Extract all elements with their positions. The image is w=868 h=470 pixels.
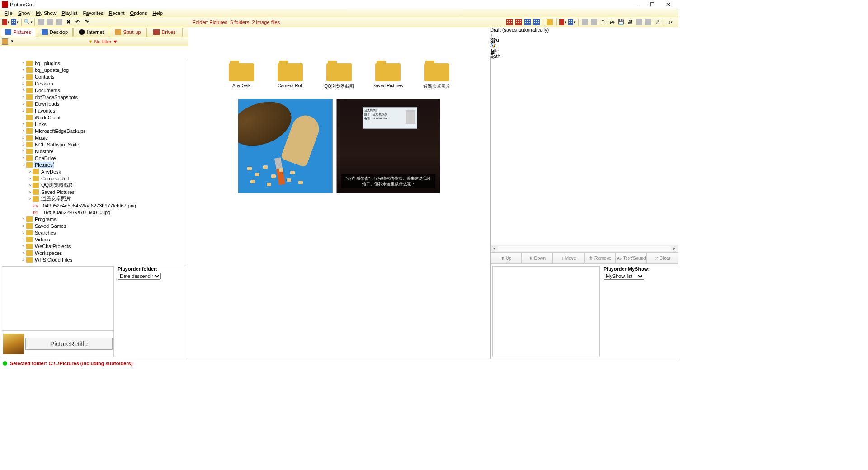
tree-item[interactable]: >bqj_plugins — [0, 60, 188, 66]
playlist-hscroll[interactable]: ◄► — [491, 245, 678, 252]
swatch-dropdown-icon[interactable]: ▼ — [10, 39, 14, 43]
clear-button[interactable]: ✕ Clear — [647, 253, 678, 263]
tab-desktop[interactable]: Desktop — [37, 28, 73, 37]
tree-item[interactable]: >Desktop — [0, 80, 188, 87]
folder-tree[interactable]: >bqj_plugins>bqj_update_log>Contacts>Des… — [0, 59, 188, 264]
up-button[interactable]: ⬆ Up — [491, 253, 522, 263]
menu-playlist[interactable]: Playlist — [59, 10, 80, 16]
view-small-icons[interactable] — [514, 18, 523, 26]
menu-myshow[interactable]: My Show — [33, 10, 59, 16]
tool-cut[interactable] — [37, 18, 45, 26]
tree-item[interactable]: >逍遥安卓照片 — [0, 195, 188, 202]
tool-r1[interactable] — [581, 18, 589, 26]
tool-save[interactable]: 💾 — [617, 18, 625, 26]
thumbnails-panel[interactable]: AnyDeskCamera RollQQ浏览器截图Saved Pictures逍… — [188, 59, 490, 359]
tree-item[interactable]: >Saved Pictures — [0, 188, 188, 195]
tool-folder[interactable] — [546, 18, 554, 26]
tool-print[interactable]: 🖶 — [626, 18, 634, 26]
menu-options[interactable]: Options — [127, 10, 150, 16]
header-title[interactable]: Title — [490, 48, 678, 53]
tree-item[interactable]: >WPS Cloud Files — [0, 256, 188, 263]
tree-item[interactable]: >WeChatProjects — [0, 243, 188, 249]
tree-item[interactable]: >bqj_update_log — [0, 66, 188, 73]
folder-item[interactable]: Camera Roll — [273, 63, 308, 89]
view-list[interactable] — [524, 18, 532, 26]
filter-button[interactable]: ▼ No filter ▼ — [18, 39, 188, 44]
thumbnail-woodturning[interactable] — [238, 99, 333, 193]
tool-new[interactable]: 🗋 — [599, 18, 607, 26]
tool-redo[interactable]: ↷ — [82, 18, 90, 26]
tool-r6[interactable] — [635, 18, 643, 26]
tool-copy[interactable] — [46, 18, 54, 26]
tool-open[interactable]: 🗁 — [608, 18, 616, 26]
tree-item[interactable]: >dotTraceSnapshots — [0, 94, 188, 100]
tree-item[interactable]: jpg16f5e3a622979a70_600_0.jpg — [0, 209, 188, 216]
tool-grid-right[interactable] — [568, 18, 576, 26]
folder-item[interactable]: Saved Pictures — [370, 63, 406, 89]
tab-drives[interactable]: Drives — [146, 28, 183, 37]
tool-grid-left[interactable] — [11, 18, 19, 26]
tool-r2[interactable] — [590, 18, 598, 26]
tree-item[interactable]: >Videos — [0, 236, 188, 243]
menu-recent[interactable]: Recent — [106, 10, 127, 16]
tool-delete[interactable]: ✖ — [64, 18, 72, 26]
playorder-folder-select[interactable]: Date descending — [118, 273, 161, 280]
header-seq[interactable]: Seq — [490, 37, 678, 42]
tree-item[interactable]: >Music — [0, 134, 188, 141]
move-button[interactable]: ↕ Move — [553, 253, 584, 263]
tree-item[interactable]: >QQ浏览器截图 — [0, 182, 188, 188]
tree-item[interactable]: >NCH Software Suite — [0, 141, 188, 148]
tree-item[interactable]: >Searches — [0, 229, 188, 236]
tree-item[interactable]: png049952c4e5c8452faa6273b977fcbf67.png — [0, 202, 188, 209]
tree-item[interactable]: >Downloads — [0, 100, 188, 107]
menu-show[interactable]: Show — [15, 10, 33, 16]
tab-pictures[interactable]: Pictures — [0, 28, 36, 37]
tool-paste[interactable] — [55, 18, 63, 26]
remove-button[interactable]: 🗑 Remove — [585, 253, 616, 263]
color-swatch[interactable] — [2, 38, 8, 45]
tree-item[interactable]: >Camera Roll — [0, 175, 188, 182]
tool-r7[interactable] — [644, 18, 652, 26]
tree-item[interactable]: >Documents — [0, 87, 188, 94]
tree-item[interactable]: ⌄Pictures — [0, 161, 188, 168]
folder-item[interactable]: AnyDesk — [224, 63, 259, 89]
minimize-button[interactable]: — — [627, 0, 644, 9]
menu-help[interactable]: Help — [150, 10, 165, 16]
tree-item[interactable]: >Favorites — [0, 107, 188, 114]
tree-item[interactable]: >Nutstore — [0, 148, 188, 155]
playlist-body[interactable] — [491, 59, 678, 245]
tool-undo[interactable]: ↶ — [73, 18, 81, 26]
tree-item[interactable]: >Workspaces — [0, 249, 188, 256]
tree-item[interactable]: >Links — [0, 121, 188, 127]
tree-item[interactable]: >Contacts — [0, 73, 188, 80]
tree-item[interactable]: >iNodeClient — [0, 114, 188, 121]
tool-search[interactable]: 🔍 — [24, 18, 32, 26]
down-button[interactable]: ⬇ Down — [522, 253, 553, 263]
preview-thumb[interactable] — [3, 334, 24, 354]
thumbnail-detective-game[interactable]: 迈克侦探所 姓名：迈克·威尔森 电话：1234567890 "迈克·威尔森"，阳… — [336, 99, 440, 193]
picture-retitle-button[interactable]: PictureRetitle — [25, 338, 113, 350]
tree-item[interactable]: >OneDrive — [0, 155, 188, 161]
tree-item[interactable]: >MicrosoftEdgeBackups — [0, 127, 188, 134]
view-large-icons[interactable] — [505, 18, 514, 26]
playorder-myshow-select[interactable]: MyShow list — [604, 273, 644, 280]
textsound-button[interactable]: A♪ Text/Sound — [616, 253, 647, 263]
folder-item[interactable]: 逍遥安卓照片 — [419, 63, 454, 89]
maximize-button[interactable]: ☐ — [644, 0, 660, 9]
view-details[interactable] — [533, 18, 541, 26]
tab-startup[interactable]: Start-up — [110, 28, 146, 37]
draft-link[interactable]: Draft (saves automatically) — [490, 27, 678, 33]
tab-internet[interactable]: Internet — [73, 28, 109, 37]
tree-item[interactable]: >Programs — [0, 216, 188, 222]
tool-music[interactable]: ♪ — [666, 18, 675, 26]
folder-item[interactable]: QQ浏览器截图 — [321, 63, 357, 89]
header-path[interactable]: Path — [490, 53, 678, 59]
menu-favorites[interactable]: Favorites — [80, 10, 106, 16]
tool-export[interactable]: ↗ — [653, 18, 661, 26]
tool-play-right[interactable] — [559, 18, 567, 26]
tool-play[interactable] — [2, 18, 10, 26]
close-button[interactable]: ✕ — [660, 0, 676, 9]
menu-file[interactable]: File — [2, 10, 15, 16]
tree-item[interactable]: >AnyDesk — [0, 168, 188, 175]
tree-item[interactable]: >Saved Games — [0, 222, 188, 229]
